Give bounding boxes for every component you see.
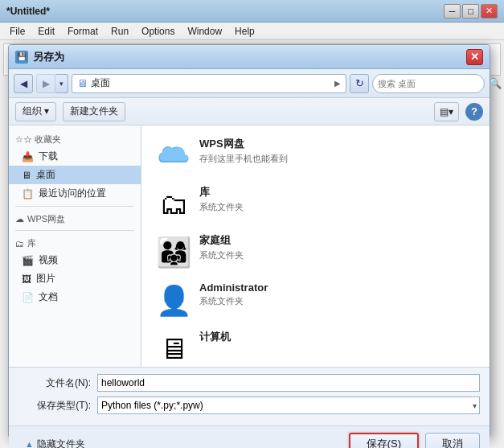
filename-input[interactable] (97, 374, 480, 392)
file-item-computer[interactable]: 🖥 计算机 (148, 325, 483, 367)
save-as-dialog: 💾 另存为 ✕ ◀ ▶ ▾ 🖥 桌面 ▶ ↻ 🔍 组织 ▾ 新建文件夹 ▤▾ (8, 44, 490, 438)
editor-titlebar: *Untitled* ─ □ ✕ (0, 0, 504, 23)
dialog-main: ☆ ☆ 收藏夹 📥 下载 🖥 桌面 📋 最近访问的位置 ☁ WPS网盘 (9, 125, 490, 367)
dialog-buttons: ▲ 隐藏文件夹 保存(S) 取消 (9, 425, 490, 448)
file-item-homegroup[interactable]: 👨‍👩‍👧 家庭组 系统文件夹 (148, 228, 483, 277)
filetype-select-wrapper: Python files (*.py;*.pyw) (97, 397, 480, 414)
favorites-header: ☆ ☆ 收藏夹 (9, 130, 141, 147)
menu-options[interactable]: Options (135, 24, 181, 39)
editor-title: *Untitled* (6, 6, 444, 17)
dialog-sidebar: ☆ ☆ 收藏夹 📥 下载 🖥 桌面 📋 最近访问的位置 ☁ WPS网盘 (9, 125, 141, 367)
editor-close-button[interactable]: ✕ (481, 4, 498, 18)
computer-icon: 🖥 (154, 330, 193, 367)
admin-desc: 系统文件夹 (199, 295, 477, 307)
view-button[interactable]: ▤▾ (434, 102, 459, 121)
sidebar-item-desktop[interactable]: 🖥 桌面 (9, 166, 141, 184)
file-list: WPS网盘 存到这里手机也能看到 🗂 库 系统文件夹 👨‍👩‍👧 (141, 125, 490, 367)
homegroup-icon: 👨‍👩‍👧 (154, 233, 193, 272)
refresh-button[interactable]: ↻ (350, 74, 369, 93)
documents-icon: 📄 (22, 292, 34, 303)
download-icon: 📥 (22, 151, 34, 162)
editor-controls: ─ □ ✕ (444, 4, 498, 18)
homegroup-name: 家庭组 (199, 233, 477, 248)
filename-row: 文件名(N): (18, 374, 480, 392)
menu-file[interactable]: File (3, 24, 31, 39)
file-item-library[interactable]: 🗂 库 系统文件夹 (148, 180, 483, 228)
wps-file-info: WPS网盘 存到这里手机也能看到 (199, 137, 477, 165)
wps-name: WPS网盘 (199, 137, 477, 151)
library-file-info: 库 系统文件夹 (199, 185, 477, 213)
cancel-button[interactable]: 取消 (425, 433, 480, 448)
video-icon: 🎬 (22, 255, 34, 266)
sidebar-divider-1 (15, 206, 134, 207)
star-icon: ☆ (15, 134, 23, 145)
forward-button[interactable]: ▶ (36, 74, 55, 93)
dialog-form: 文件名(N): 保存类型(T): Python files (*.py;*.py… (9, 367, 490, 425)
file-item-admin[interactable]: 👤 Administrator 系统文件夹 (148, 277, 483, 325)
dialog-close-button[interactable]: ✕ (466, 49, 483, 65)
filetype-row: 保存类型(T): Python files (*.py;*.pyw) (18, 397, 480, 414)
menu-help[interactable]: Help (228, 24, 261, 39)
admin-file-info: Administrator 系统文件夹 (199, 282, 477, 307)
menu-window[interactable]: Window (181, 24, 228, 39)
recent-icon: 📋 (22, 188, 34, 199)
menu-run[interactable]: Run (104, 24, 135, 39)
maximize-button[interactable]: □ (462, 4, 479, 18)
back-button[interactable]: ◀ (14, 74, 33, 93)
sidebar-divider-2 (15, 230, 134, 231)
minimize-button[interactable]: ─ (444, 4, 461, 18)
menu-format[interactable]: Format (61, 24, 104, 39)
organize-button[interactable]: 组织 ▾ (15, 102, 56, 121)
desktop-icon: 🖥 (22, 170, 31, 181)
file-item-wps[interactable]: WPS网盘 存到这里手机也能看到 (148, 132, 483, 180)
hide-folders-label: 隐藏文件夹 (37, 438, 85, 449)
help-button[interactable]: ? (465, 103, 483, 121)
library-icon: 🗂 (15, 239, 24, 249)
hide-folders-button[interactable]: ▲ 隐藏文件夹 (18, 434, 92, 449)
pictures-icon: 🖼 (22, 273, 31, 285)
library-name: 库 (199, 185, 477, 199)
save-button[interactable]: 保存(S) (349, 433, 419, 448)
sidebar-item-video[interactable]: 🎬 视频 (9, 251, 141, 269)
nav-path-text: 桌面 (91, 76, 331, 90)
filetype-label: 保存类型(T): (18, 399, 91, 413)
homegroup-desc: 系统文件夹 (199, 249, 477, 261)
wps-header: ☁ WPS网盘 (9, 210, 141, 227)
sidebar-item-recent[interactable]: 📋 最近访问的位置 (9, 184, 141, 203)
sidebar-item-download[interactable]: 📥 下载 (9, 147, 141, 166)
nav-path-arrow: ▶ (334, 79, 341, 88)
dialog-titlebar: 💾 另存为 ✕ (9, 45, 490, 69)
admin-name: Administrator (199, 282, 477, 294)
admin-icon: 👤 (154, 282, 193, 320)
search-input[interactable] (378, 79, 489, 88)
homegroup-file-info: 家庭组 系统文件夹 (199, 233, 477, 261)
sidebar-item-pictures[interactable]: 🖼 图片 (9, 269, 141, 288)
action-buttons: 保存(S) 取消 (349, 433, 480, 448)
computer-name: 计算机 (199, 330, 477, 344)
hide-arrow: ▲ (25, 439, 34, 448)
dialog-toolbar: 组织 ▾ 新建文件夹 ▤▾ ? (9, 98, 490, 125)
editor-menubar: File Edit Format Run Options Window Help (0, 23, 504, 40)
search-icon: 🔍 (489, 77, 502, 89)
nav-dropdown-button[interactable]: ▾ (55, 74, 68, 93)
search-box[interactable]: 🔍 (372, 74, 485, 93)
computer-file-info: 计算机 (199, 330, 477, 346)
dialog-navbar: ◀ ▶ ▾ 🖥 桌面 ▶ ↻ 🔍 (9, 69, 490, 98)
dialog-title-text: 另存为 (33, 50, 466, 64)
filename-label: 文件名(N): (18, 376, 91, 390)
dialog-title-icon: 💾 (15, 51, 28, 64)
nav-path-container: 🖥 桌面 ▶ (72, 74, 346, 93)
cloud-icon-small: ☁ (15, 214, 24, 224)
library-desc: 系统文件夹 (199, 201, 477, 213)
filetype-select[interactable]: Python files (*.py;*.pyw) (97, 397, 480, 414)
menu-edit[interactable]: Edit (31, 24, 61, 39)
library-folder-icon: 🗂 (154, 185, 193, 224)
new-folder-button[interactable]: 新建文件夹 (63, 102, 125, 121)
sidebar-item-documents[interactable]: 📄 文档 (9, 288, 141, 306)
wps-cloud-icon (154, 137, 193, 175)
library-header: 🗂 库 (9, 234, 141, 251)
wps-desc: 存到这里手机也能看到 (199, 153, 477, 165)
nav-path-icon: 🖥 (77, 77, 88, 89)
